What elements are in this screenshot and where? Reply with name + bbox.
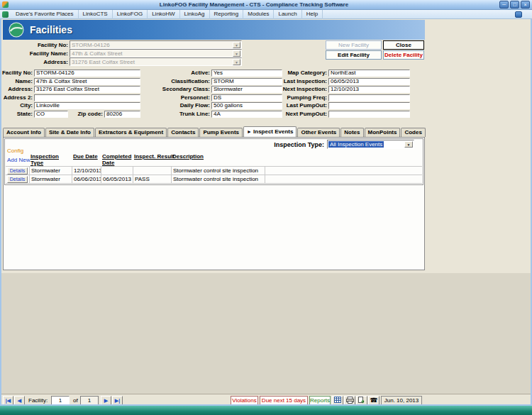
next-record-button-icon[interactable]: ▶ bbox=[101, 396, 111, 405]
menu-help[interactable]: Help bbox=[302, 10, 323, 19]
datasheet-view-button[interactable] bbox=[332, 396, 343, 405]
menu-linkofog[interactable]: LinkoFOG bbox=[113, 10, 148, 19]
cell-due-date[interactable]: 06/06/2013 bbox=[72, 175, 101, 184]
label-trunk-line: Trunk Line: bbox=[142, 111, 210, 118]
previous-record-button-icon[interactable]: ◀ bbox=[14, 396, 25, 405]
maximize-button-icon[interactable]: □ bbox=[510, 1, 519, 9]
field-next-pumpout[interactable] bbox=[328, 111, 410, 118]
close-window-button-icon[interactable]: × bbox=[521, 1, 530, 9]
inspection-type-value: All Inspection Events bbox=[328, 141, 384, 148]
print-button[interactable] bbox=[344, 396, 355, 405]
menu-launch[interactable]: Launch bbox=[274, 10, 301, 19]
last-record-button-icon[interactable]: ▶| bbox=[112, 396, 123, 405]
tab-contacts[interactable]: Contacts bbox=[167, 128, 199, 137]
facility-name-combo[interactable]: 47th & Colfax Street ▼ bbox=[70, 49, 242, 57]
field-state[interactable]: CO bbox=[34, 111, 68, 118]
first-record-button-icon[interactable]: |◀ bbox=[3, 396, 13, 405]
dropdown-icon[interactable]: ▼ bbox=[233, 50, 240, 57]
record-navigation-bar: |◀ ◀ Facility: 1 of 1 ▶ ▶| Violations Du… bbox=[0, 394, 532, 406]
config-link[interactable]: Config bbox=[7, 148, 23, 154]
address-combo[interactable]: 31276 East Colfax Street ▼ bbox=[70, 57, 242, 66]
datasheet-icon bbox=[334, 397, 341, 403]
tab-label: Notes bbox=[344, 129, 360, 135]
menu-reporting[interactable]: Reporting bbox=[210, 10, 244, 19]
os-taskbar[interactable] bbox=[0, 406, 532, 415]
label-active: Active: bbox=[142, 70, 210, 77]
menu-daves-favorite-places[interactable]: Dave's Favorite Places bbox=[11, 10, 79, 19]
add-new-link[interactable]: Add New bbox=[7, 157, 30, 163]
menubar-status-icon[interactable] bbox=[515, 11, 522, 18]
label-city: City: bbox=[1, 102, 33, 109]
field-next-inspection[interactable]: 12/10/2013 bbox=[328, 86, 410, 93]
export-button[interactable] bbox=[356, 396, 367, 405]
label-last-pumpout: Last PumpOut: bbox=[268, 102, 327, 109]
cell-completed-date[interactable] bbox=[101, 167, 133, 175]
titlebar[interactable]: LinkoFOG Facility Management - CTS - Com… bbox=[0, 0, 532, 10]
new-facility-button[interactable]: New Facility bbox=[326, 40, 382, 50]
dropdown-icon[interactable]: ▼ bbox=[233, 59, 240, 65]
facility-name-combo-value: 47th & Colfax Street bbox=[72, 50, 232, 57]
cell-description[interactable]: Stormwater control site inspection bbox=[172, 175, 265, 184]
tab-account-info[interactable]: Account Info bbox=[3, 128, 45, 137]
facility-no-combo[interactable]: STORM-04126 ▼ bbox=[70, 40, 242, 49]
field-address[interactable]: 31276 East Colfax Street bbox=[34, 86, 140, 93]
phone-button[interactable]: ☎ bbox=[368, 396, 379, 405]
field-city[interactable]: Linkoville bbox=[34, 102, 140, 109]
tab-label: Other Events bbox=[301, 129, 336, 135]
label-next-pumpout: Next PumpOut: bbox=[268, 111, 327, 118]
tab-codes[interactable]: Codes bbox=[401, 128, 425, 137]
cell-inspect-result[interactable]: PASS bbox=[133, 175, 172, 184]
cell-inspect-result[interactable] bbox=[133, 167, 172, 175]
of-label: of bbox=[73, 397, 78, 404]
active-tab-arrow-icon: ► bbox=[247, 129, 252, 134]
dropdown-icon[interactable]: ▼ bbox=[404, 141, 413, 148]
edit-facility-button[interactable]: Edit Facility bbox=[326, 50, 382, 60]
tab-monpoints[interactable]: MonPoints bbox=[365, 128, 401, 137]
details-button[interactable]: Details bbox=[7, 167, 28, 175]
cell-description[interactable]: Stormwater control site inspection bbox=[172, 167, 265, 175]
field-name[interactable]: 47th & Colfax Street bbox=[34, 78, 140, 85]
tab-label: Site & Date Info bbox=[49, 129, 91, 135]
cell-inspection-type[interactable]: Stormwater bbox=[30, 175, 72, 184]
facility-no-finder-label: Facility No: bbox=[4, 42, 68, 49]
field-facility-no[interactable]: STORM-04126 bbox=[34, 70, 140, 77]
menu-linkoag[interactable]: LinkoAg bbox=[180, 10, 210, 19]
tab-other-events[interactable]: Other Events bbox=[297, 128, 340, 137]
menu-modules[interactable]: Modules bbox=[243, 10, 274, 19]
violations-button[interactable]: Violations bbox=[231, 396, 258, 405]
label-state: State: bbox=[1, 111, 33, 118]
inspect-events-panel: Inspection Type: All Inspection Events ▼… bbox=[3, 137, 425, 270]
cell-due-date[interactable]: 12/10/2013 bbox=[72, 167, 101, 175]
close-button[interactable]: Close bbox=[383, 40, 424, 50]
dropdown-icon[interactable]: ▼ bbox=[233, 42, 240, 48]
cell-inspection-type[interactable]: Stormwater bbox=[30, 167, 72, 175]
menu-linkohw[interactable]: LinkoHW bbox=[148, 10, 179, 19]
inspection-events-grid: Inspection Type: All Inspection Events ▼… bbox=[4, 138, 423, 185]
current-record-input[interactable]: 1 bbox=[51, 396, 70, 405]
inspection-type-combo[interactable]: All Inspection Events ▼ bbox=[327, 140, 414, 149]
tab-extractors-equipment[interactable]: Extractors & Equipment bbox=[95, 128, 167, 137]
delete-facility-button[interactable]: Delete Facility bbox=[383, 50, 424, 60]
label-personnel: Personnel: bbox=[142, 94, 210, 101]
field-pumping-freq[interactable] bbox=[328, 94, 410, 101]
field-last-pumpout[interactable] bbox=[328, 102, 410, 109]
app-icon bbox=[2, 1, 9, 8]
menu-linkocts[interactable]: LinkoCTS bbox=[79, 10, 113, 19]
tab-site-date-info[interactable]: Site & Date Info bbox=[45, 128, 94, 137]
tab-label: Codes bbox=[404, 129, 421, 135]
field-map-category[interactable]: NorthEast bbox=[328, 70, 410, 77]
field-address-2[interactable] bbox=[34, 94, 140, 101]
minimize-button-icon[interactable]: ─ bbox=[499, 1, 509, 9]
reports-button[interactable]: Reports bbox=[309, 396, 331, 405]
inspection-type-label: Inspection Type: bbox=[204, 141, 324, 148]
tab-inspect-events[interactable]: ►Inspect Events bbox=[243, 126, 297, 137]
cell-completed-date[interactable]: 06/05/2013 bbox=[101, 175, 133, 184]
field-last-inspection[interactable]: 06/05/2013 bbox=[328, 78, 410, 85]
due-next-15-days-button[interactable]: Due next 15 days bbox=[260, 396, 308, 405]
tab-pump-events[interactable]: Pump Events bbox=[199, 128, 243, 137]
details-cell: Details bbox=[6, 167, 30, 175]
label-pumping-freq: Pumping Freq: bbox=[268, 94, 327, 101]
field-zip-code[interactable]: 80206 bbox=[104, 111, 140, 118]
tab-notes[interactable]: Notes bbox=[340, 128, 363, 137]
details-button[interactable]: Details bbox=[7, 176, 28, 183]
